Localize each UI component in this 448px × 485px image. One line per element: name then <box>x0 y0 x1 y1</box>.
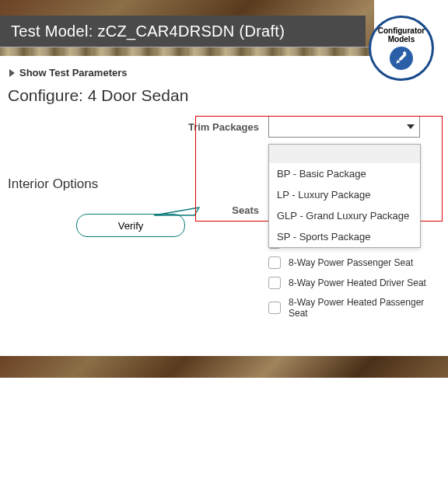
form-area: Trim Packages BP - Basic Package LP - Lu… <box>8 116 440 138</box>
expand-icon <box>9 69 15 77</box>
configurator-models-badge[interactable]: Configurator Models <box>369 16 434 81</box>
footer-texture-band <box>0 356 448 378</box>
page-title-bar: Test Model: zCZ_CAR4DRSDN (Draft) <box>0 16 366 47</box>
configure-heading: Configure: 4 Door Sedan <box>8 86 440 116</box>
seat-option-label: 8-Way Power Passenger Seat <box>289 257 413 268</box>
callout-pointer <box>154 206 201 217</box>
seat-option-checkbox[interactable] <box>268 277 281 289</box>
badge-line2: Models <box>388 35 415 44</box>
dropdown-option[interactable]: BP - Basic Package <box>269 163 420 184</box>
dropdown-option[interactable]: LP - Luxury Package <box>269 184 420 205</box>
trim-packages-label: Trim Packages <box>8 116 268 133</box>
seat-option-label: 8-Way Power Heated Driver Seat <box>289 277 426 288</box>
seat-option-checkbox[interactable] <box>268 302 281 314</box>
dropdown-option[interactable]: SP - Sports Package <box>269 226 420 247</box>
dropdown-option-blank[interactable] <box>269 145 420 163</box>
header-texture-band: Test Model: zCZ_CAR4DRSDN (Draft) <box>0 0 374 47</box>
badge-line1: Configurator <box>378 26 425 35</box>
verify-callout-text: Verify <box>118 220 144 232</box>
trim-packages-row: Trim Packages <box>8 116 440 138</box>
seat-option-row: 8-Way Power Heated Driver Seat <box>268 273 440 293</box>
dropdown-option[interactable]: GLP - Grand Luxury Package <box>269 205 420 226</box>
verify-callout-body: Verify <box>76 214 185 237</box>
seat-option-checkbox[interactable] <box>268 256 281 269</box>
show-params-label: Show Test Parameters <box>19 67 127 79</box>
interior-options-heading: Interior Options <box>8 176 98 192</box>
tools-icon <box>390 47 413 70</box>
trim-packages-dropdown: BP - Basic Package LP - Luxury Package G… <box>268 144 421 248</box>
seat-option-label: 8-Way Power Heated Passenger Seat <box>289 297 440 319</box>
chevron-down-icon <box>407 124 415 129</box>
seat-option-row: 8-Way Power Passenger Seat <box>268 253 440 273</box>
verify-callout: Verify <box>76 214 185 237</box>
page-title: Test Model: zCZ_CAR4DRSDN (Draft) <box>11 23 285 40</box>
seat-option-row: 8-Way Power Heated Passenger Seat <box>268 293 440 323</box>
header-divider <box>0 47 374 56</box>
trim-packages-select[interactable] <box>268 116 420 138</box>
